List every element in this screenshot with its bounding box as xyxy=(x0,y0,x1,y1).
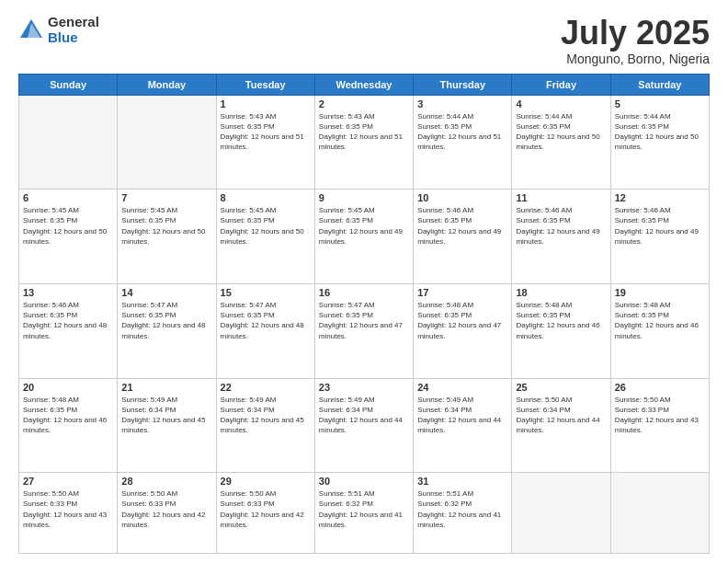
day-number: 12 xyxy=(615,192,705,203)
day-info: Sunrise: 5:43 AM Sunset: 6:35 PM Dayligh… xyxy=(221,111,311,153)
day-info: Sunrise: 5:48 AM Sunset: 6:35 PM Dayligh… xyxy=(23,395,113,436)
table-row: 28Sunrise: 5:50 AM Sunset: 6:33 PM Dayli… xyxy=(118,473,216,554)
day-number: 17 xyxy=(417,287,507,298)
table-row: 8Sunrise: 5:45 AM Sunset: 6:35 PM Daylig… xyxy=(216,190,314,284)
day-info: Sunrise: 5:46 AM Sunset: 6:35 PM Dayligh… xyxy=(615,205,705,247)
day-number: 4 xyxy=(516,98,606,109)
day-number: 31 xyxy=(417,476,507,487)
logo-blue-text: Blue xyxy=(48,30,99,46)
table-row: 1Sunrise: 5:43 AM Sunset: 6:35 PM Daylig… xyxy=(216,95,314,190)
table-row: 31Sunrise: 5:51 AM Sunset: 6:32 PM Dayli… xyxy=(414,473,512,554)
table-row xyxy=(610,473,709,554)
col-friday: Friday xyxy=(512,74,610,95)
day-info: Sunrise: 5:50 AM Sunset: 6:34 PM Dayligh… xyxy=(516,395,606,436)
day-number: 22 xyxy=(221,382,311,393)
day-info: Sunrise: 5:45 AM Sunset: 6:35 PM Dayligh… xyxy=(121,205,211,247)
logo-icon xyxy=(18,17,44,43)
table-row: 15Sunrise: 5:47 AM Sunset: 6:35 PM Dayli… xyxy=(216,283,314,378)
day-info: Sunrise: 5:47 AM Sunset: 6:35 PM Dayligh… xyxy=(221,300,311,341)
calendar-week-row: 20Sunrise: 5:48 AM Sunset: 6:35 PM Dayli… xyxy=(19,378,710,473)
day-info: Sunrise: 5:45 AM Sunset: 6:35 PM Dayligh… xyxy=(221,205,311,247)
table-row: 14Sunrise: 5:47 AM Sunset: 6:35 PM Dayli… xyxy=(118,283,216,378)
table-row: 13Sunrise: 5:46 AM Sunset: 6:35 PM Dayli… xyxy=(19,283,118,378)
day-number: 8 xyxy=(221,192,311,203)
table-row: 26Sunrise: 5:50 AM Sunset: 6:33 PM Dayli… xyxy=(610,378,709,473)
logo-text: General Blue xyxy=(48,15,99,45)
calendar-header-row: Sunday Monday Tuesday Wednesday Thursday… xyxy=(19,74,710,95)
day-number: 24 xyxy=(417,382,507,393)
day-number: 13 xyxy=(23,287,113,298)
page: General Blue July 2025 Monguno, Borno, N… xyxy=(0,0,728,563)
col-saturday: Saturday xyxy=(610,74,709,95)
day-info: Sunrise: 5:44 AM Sunset: 6:35 PM Dayligh… xyxy=(516,111,606,153)
calendar-week-row: 6Sunrise: 5:45 AM Sunset: 6:35 PM Daylig… xyxy=(19,190,710,284)
day-info: Sunrise: 5:44 AM Sunset: 6:35 PM Dayligh… xyxy=(615,111,705,153)
calendar-table: Sunday Monday Tuesday Wednesday Thursday… xyxy=(18,74,710,554)
day-number: 20 xyxy=(23,382,113,393)
day-number: 10 xyxy=(417,192,507,203)
logo: General Blue xyxy=(18,15,99,45)
day-info: Sunrise: 5:43 AM Sunset: 6:35 PM Dayligh… xyxy=(319,111,409,153)
day-number: 1 xyxy=(221,98,311,109)
day-info: Sunrise: 5:46 AM Sunset: 6:35 PM Dayligh… xyxy=(516,205,606,247)
day-number: 16 xyxy=(319,287,409,298)
day-info: Sunrise: 5:47 AM Sunset: 6:35 PM Dayligh… xyxy=(121,300,211,341)
table-row: 16Sunrise: 5:47 AM Sunset: 6:35 PM Dayli… xyxy=(314,283,413,378)
table-row: 27Sunrise: 5:50 AM Sunset: 6:33 PM Dayli… xyxy=(19,473,118,554)
day-number: 9 xyxy=(319,192,409,203)
day-info: Sunrise: 5:50 AM Sunset: 6:33 PM Dayligh… xyxy=(121,488,211,530)
location: Monguno, Borno, Nigeria xyxy=(561,52,710,66)
table-row: 19Sunrise: 5:48 AM Sunset: 6:35 PM Dayli… xyxy=(610,283,709,378)
day-number: 2 xyxy=(319,98,409,109)
day-info: Sunrise: 5:50 AM Sunset: 6:33 PM Dayligh… xyxy=(221,488,311,530)
table-row: 3Sunrise: 5:44 AM Sunset: 6:35 PM Daylig… xyxy=(414,95,512,190)
table-row: 24Sunrise: 5:49 AM Sunset: 6:34 PM Dayli… xyxy=(414,378,512,473)
day-number: 30 xyxy=(319,476,409,487)
table-row: 10Sunrise: 5:46 AM Sunset: 6:35 PM Dayli… xyxy=(414,190,512,284)
day-number: 19 xyxy=(615,287,705,298)
table-row: 5Sunrise: 5:44 AM Sunset: 6:35 PM Daylig… xyxy=(610,95,709,190)
calendar-week-row: 1Sunrise: 5:43 AM Sunset: 6:35 PM Daylig… xyxy=(19,95,710,190)
day-number: 29 xyxy=(221,476,311,487)
table-row xyxy=(512,473,610,554)
table-row: 29Sunrise: 5:50 AM Sunset: 6:33 PM Dayli… xyxy=(216,473,314,554)
day-number: 6 xyxy=(23,192,113,203)
table-row: 2Sunrise: 5:43 AM Sunset: 6:35 PM Daylig… xyxy=(314,95,413,190)
day-info: Sunrise: 5:46 AM Sunset: 6:35 PM Dayligh… xyxy=(23,300,113,341)
day-info: Sunrise: 5:45 AM Sunset: 6:35 PM Dayligh… xyxy=(319,205,409,247)
col-monday: Monday xyxy=(118,74,216,95)
table-row: 20Sunrise: 5:48 AM Sunset: 6:35 PM Dayli… xyxy=(19,378,118,473)
table-row: 4Sunrise: 5:44 AM Sunset: 6:35 PM Daylig… xyxy=(512,95,610,190)
day-number: 7 xyxy=(121,192,211,203)
day-number: 28 xyxy=(121,476,211,487)
day-info: Sunrise: 5:49 AM Sunset: 6:34 PM Dayligh… xyxy=(417,395,507,436)
table-row: 30Sunrise: 5:51 AM Sunset: 6:32 PM Dayli… xyxy=(314,473,413,554)
day-info: Sunrise: 5:48 AM Sunset: 6:35 PM Dayligh… xyxy=(417,300,507,341)
table-row: 12Sunrise: 5:46 AM Sunset: 6:35 PM Dayli… xyxy=(610,190,709,284)
table-row: 6Sunrise: 5:45 AM Sunset: 6:35 PM Daylig… xyxy=(19,190,118,284)
title-block: July 2025 Monguno, Borno, Nigeria xyxy=(561,15,710,66)
day-info: Sunrise: 5:49 AM Sunset: 6:34 PM Dayligh… xyxy=(221,395,311,436)
table-row xyxy=(19,95,118,190)
table-row: 23Sunrise: 5:49 AM Sunset: 6:34 PM Dayli… xyxy=(314,378,413,473)
table-row: 7Sunrise: 5:45 AM Sunset: 6:35 PM Daylig… xyxy=(118,190,216,284)
table-row: 9Sunrise: 5:45 AM Sunset: 6:35 PM Daylig… xyxy=(314,190,413,284)
day-number: 11 xyxy=(516,192,606,203)
header: General Blue July 2025 Monguno, Borno, N… xyxy=(18,15,710,66)
day-number: 26 xyxy=(615,382,705,393)
day-info: Sunrise: 5:46 AM Sunset: 6:35 PM Dayligh… xyxy=(417,205,507,247)
day-number: 15 xyxy=(221,287,311,298)
day-info: Sunrise: 5:51 AM Sunset: 6:32 PM Dayligh… xyxy=(417,488,507,530)
table-row xyxy=(118,95,216,190)
day-info: Sunrise: 5:50 AM Sunset: 6:33 PM Dayligh… xyxy=(615,395,705,436)
day-number: 3 xyxy=(417,98,507,109)
day-number: 23 xyxy=(319,382,409,393)
col-wednesday: Wednesday xyxy=(314,74,413,95)
table-row: 11Sunrise: 5:46 AM Sunset: 6:35 PM Dayli… xyxy=(512,190,610,284)
logo-general-text: General xyxy=(48,15,99,30)
table-row: 18Sunrise: 5:48 AM Sunset: 6:35 PM Dayli… xyxy=(512,283,610,378)
day-number: 18 xyxy=(516,287,606,298)
table-row: 21Sunrise: 5:49 AM Sunset: 6:34 PM Dayli… xyxy=(118,378,216,473)
day-info: Sunrise: 5:47 AM Sunset: 6:35 PM Dayligh… xyxy=(319,300,409,341)
month-title: July 2025 xyxy=(561,15,710,52)
